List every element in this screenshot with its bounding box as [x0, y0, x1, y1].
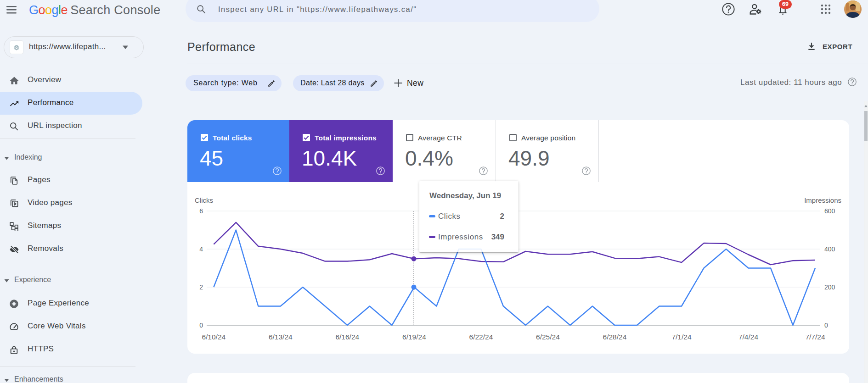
svg-text:6: 6 — [199, 207, 203, 215]
svg-text:6/10/24: 6/10/24 — [202, 333, 225, 341]
svg-text:600: 600 — [824, 207, 835, 215]
svg-text:6/13/24: 6/13/24 — [269, 333, 293, 341]
svg-text:6/28/24: 6/28/24 — [603, 333, 627, 341]
svg-text:6/16/24: 6/16/24 — [335, 333, 359, 341]
svg-text:0: 0 — [199, 322, 203, 329]
svg-text:4: 4 — [199, 245, 203, 253]
svg-text:2: 2 — [199, 283, 203, 291]
svg-text:6/22/24: 6/22/24 — [469, 333, 493, 341]
svg-text:7/1/24: 7/1/24 — [671, 333, 691, 341]
svg-text:200: 200 — [824, 283, 835, 291]
svg-text:Impressions: Impressions — [804, 196, 841, 204]
svg-text:6/25/24: 6/25/24 — [536, 333, 560, 341]
svg-text:6/19/24: 6/19/24 — [402, 333, 426, 341]
svg-text:400: 400 — [824, 245, 835, 253]
svg-text:Clicks: Clicks — [195, 196, 213, 204]
svg-text:7/7/24: 7/7/24 — [805, 333, 825, 341]
svg-text:7/4/24: 7/4/24 — [738, 333, 758, 341]
svg-text:0: 0 — [824, 322, 828, 329]
